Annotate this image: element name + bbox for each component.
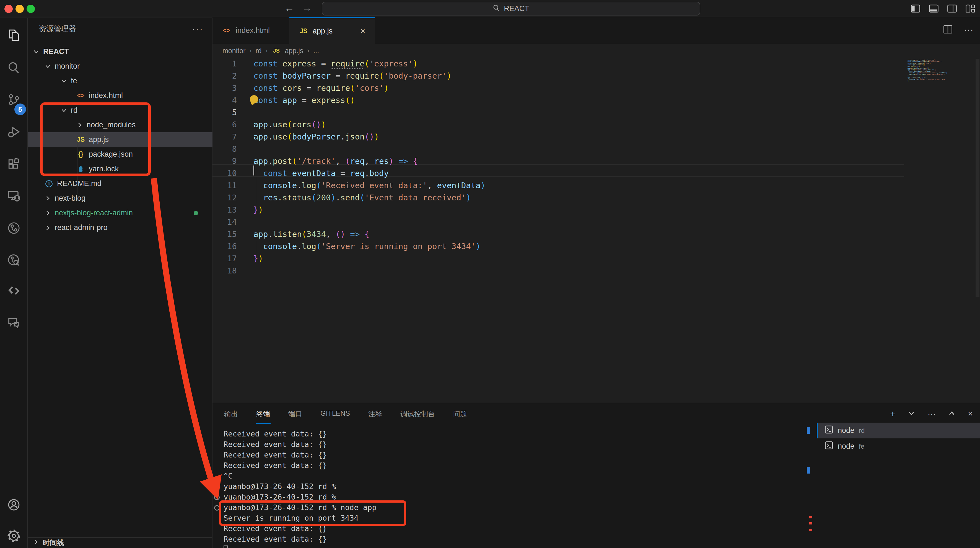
chevron-right-icon <box>44 195 51 202</box>
tree-item-label: index.html <box>89 91 123 100</box>
command-center-text: REACT <box>504 5 529 13</box>
js-file-icon: JS <box>76 136 86 143</box>
gitlens-inspect-icon[interactable] <box>7 253 21 267</box>
terminal-list-item-rd[interactable]: noderd <box>817 423 980 438</box>
code-line: 4const app = express() <box>213 94 980 106</box>
settings-gear-icon[interactable] <box>7 529 21 542</box>
tree-item-readme-md[interactable]: README.md <box>28 176 213 191</box>
info-icon <box>44 180 54 188</box>
command-decoration-red <box>809 516 812 518</box>
panel-tabs: 输出终端端口GITLENS注释调试控制台问题 <box>224 405 468 424</box>
panel-tab-调试控制台[interactable]: 调试控制台 <box>400 405 436 424</box>
indent-guide <box>256 241 256 253</box>
close-tab-icon[interactable]: × <box>360 26 365 36</box>
remote-explorer-icon[interactable] <box>7 189 21 202</box>
tree-item-label: monitor <box>55 62 80 70</box>
breadcrumb[interactable]: monitor › rd › JS app.js › ... <box>213 44 980 57</box>
command-decoration-blue <box>807 467 810 473</box>
code-line: 8 <box>213 143 980 155</box>
forward-icon[interactable]: → <box>302 2 312 14</box>
comments-icon[interactable] <box>7 316 21 329</box>
toggle-panel-icon[interactable] <box>929 3 939 15</box>
terminal-line: Received event data: {} <box>224 450 377 460</box>
toggle-secondary-sidebar-icon[interactable] <box>947 3 957 15</box>
code-share-icon[interactable] <box>7 284 21 297</box>
tree-item-monitor[interactable]: monitor <box>28 59 213 73</box>
tab-index-html[interactable]: <> index.html <box>213 17 290 44</box>
minimize-window-button[interactable] <box>16 5 24 13</box>
code-line: 9app.post('/track', (req, res) => { <box>213 155 980 167</box>
editor-scrollbar[interactable] <box>975 59 980 297</box>
minimap[interactable]: const express = require('express')const … <box>907 59 940 82</box>
maximize-panel-icon[interactable] <box>947 409 956 419</box>
extensions-icon[interactable] <box>7 157 21 170</box>
breadcrumb-item[interactable]: rd <box>255 47 261 55</box>
editor-more-actions-icon[interactable]: ··· <box>964 24 974 35</box>
tree-item-next-blog[interactable]: next-blog <box>28 191 213 206</box>
search-icon[interactable] <box>7 61 21 74</box>
tab-app-js[interactable]: JS app.js × <box>290 17 375 44</box>
account-icon[interactable] <box>7 498 21 511</box>
git-modified-dot <box>194 211 198 215</box>
terminal-list-item-fe[interactable]: nodefe <box>817 438 980 454</box>
chevron-down-icon <box>33 48 40 55</box>
panel-tab-注释[interactable]: 注释 <box>368 405 383 424</box>
chevron-down-icon <box>60 107 67 114</box>
tree-item-label: node_modules <box>87 121 135 129</box>
terminal-list: noderdnodefe <box>817 423 980 454</box>
panel-tab-终端[interactable]: 终端 <box>256 405 270 424</box>
terminal-line: Received event data: {} <box>224 523 377 534</box>
tree-item-app-js[interactable]: JSapp.js <box>28 132 213 147</box>
zoom-window-button[interactable] <box>27 5 35 13</box>
code-line: 10 const eventData = req.body <box>213 167 980 179</box>
breadcrumb-item[interactable]: ... <box>313 47 319 55</box>
panel-tab-问题[interactable]: 问题 <box>453 405 468 424</box>
tree-item-yarn-lock[interactable]: yarn.lock <box>28 162 213 176</box>
terminal-dropdown-icon[interactable] <box>907 409 916 419</box>
lightbulb-icon[interactable] <box>250 95 258 105</box>
split-editor-icon[interactable] <box>943 24 953 35</box>
gitlens-icon[interactable] <box>7 221 21 235</box>
back-icon[interactable]: ← <box>285 2 294 14</box>
panel-tab-输出[interactable]: 输出 <box>224 405 239 424</box>
terminal-output[interactable]: Received event data: {}Received event da… <box>224 429 377 548</box>
terminal-line: Received event data: {} <box>224 439 377 450</box>
scm-badge: 5 <box>14 104 26 115</box>
explorer-more-actions-icon[interactable]: ··· <box>192 24 204 33</box>
customize-layout-icon[interactable] <box>965 3 975 15</box>
code-line: 17}) <box>213 252 980 264</box>
panel-more-actions-icon[interactable]: ··· <box>928 409 936 418</box>
close-window-button[interactable] <box>5 5 13 13</box>
command-center-search[interactable]: REACT <box>322 2 700 16</box>
panel-tab-端口[interactable]: 端口 <box>288 405 303 424</box>
toggle-primary-sidebar-icon[interactable] <box>910 3 921 15</box>
tree-item-nextjs-blog-react-admin[interactable]: nextjs-blog-react-admin <box>28 206 213 220</box>
terminal-line: Received event data: {} <box>224 429 377 439</box>
explorer-sidebar: 资源管理器 ··· REACTmonitorfe<>index.htmlrdno… <box>28 18 213 548</box>
explorer-icon[interactable] <box>7 29 21 42</box>
terminal-detail: rd <box>859 427 865 435</box>
run-debug-icon[interactable] <box>7 125 21 139</box>
breadcrumb-item[interactable]: monitor <box>223 47 245 55</box>
new-terminal-icon[interactable]: + <box>890 409 896 418</box>
terminal-line: Received event data: {} <box>224 460 377 471</box>
timeline-section[interactable]: 时间线 <box>28 537 213 548</box>
breadcrumb-item[interactable]: app.js <box>285 47 304 55</box>
html-file-icon: <> <box>222 27 231 34</box>
tree-item-index-html[interactable]: <>index.html <box>28 88 213 103</box>
terminal-line: Received event data: {} <box>224 534 377 545</box>
tree-item-fe[interactable]: fe <box>28 73 213 88</box>
close-panel-icon[interactable]: × <box>968 409 973 418</box>
tree-item-react-admin-pro[interactable]: react-admin-pro <box>28 220 213 235</box>
tree-item-rd[interactable]: rd <box>28 103 213 118</box>
code-editor[interactable]: 1const express = require('express')2cons… <box>213 57 980 403</box>
chevron-right-icon <box>44 224 51 231</box>
tree-item-label: app.js <box>89 135 109 144</box>
panel-tab-GITLENS[interactable]: GITLENS <box>320 405 350 424</box>
html-file-icon: <> <box>76 92 86 99</box>
tree-item-package-json[interactable]: {}package.json <box>28 147 213 162</box>
terminal-detail: fe <box>859 443 864 450</box>
tree-item-react[interactable]: REACT <box>28 44 213 59</box>
title-bar: ← → REACT <box>0 0 980 17</box>
tree-item-node-modules[interactable]: node_modules <box>28 118 213 132</box>
